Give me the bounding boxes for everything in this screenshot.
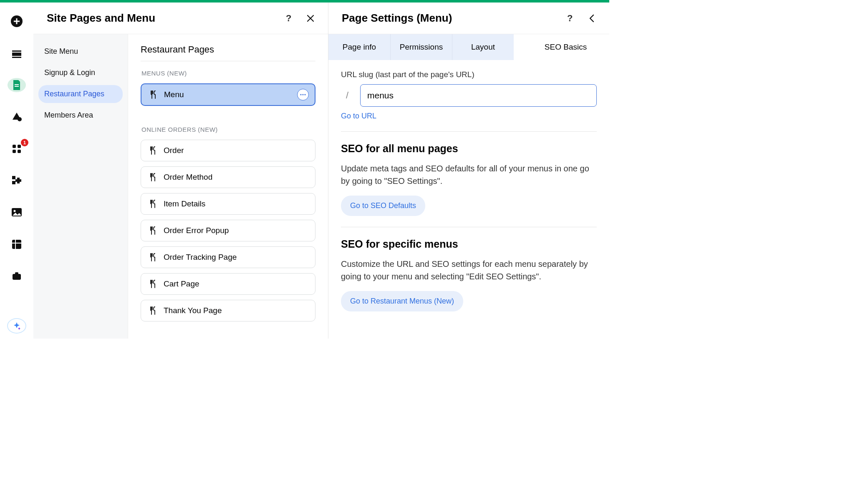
page-card-order[interactable]: Order: [141, 140, 315, 161]
seo-defaults-button[interactable]: Go to SEO Defaults: [341, 196, 425, 216]
svg-point-23: [300, 94, 301, 95]
settings-back-button[interactable]: [586, 13, 598, 24]
rail-add-button[interactable]: [8, 14, 26, 28]
svg-rect-2: [14, 21, 20, 22]
svg-rect-14: [12, 181, 15, 184]
page-card-order-tracking[interactable]: Order Tracking Page: [141, 246, 315, 268]
svg-rect-3: [12, 50, 21, 52]
restaurant-menus-button[interactable]: Go to Restaurant Menus (New): [341, 291, 463, 311]
site-pages-header: Site Pages and Menu ?: [33, 3, 328, 34]
page-settings-panel: Page Settings (Menu) ? Page info Permiss…: [328, 3, 609, 339]
rail-pages-icon[interactable]: [8, 78, 26, 92]
page-card-label: Order Tracking Page: [164, 253, 237, 262]
page-card-label: Menu: [164, 90, 184, 99]
restaurant-icon: [149, 226, 158, 235]
seo-all-heading: SEO for all menu pages: [341, 143, 597, 155]
svg-rect-6: [15, 84, 19, 85]
page-more-button[interactable]: [297, 89, 309, 100]
page-card-label: Cart Page: [164, 279, 199, 289]
restaurant-icon: [149, 199, 158, 208]
slug-input[interactable]: [360, 84, 597, 107]
rail-sections-icon[interactable]: [8, 46, 26, 60]
page-card-label: Thank You Page: [164, 306, 222, 315]
svg-point-16: [14, 210, 16, 212]
svg-rect-21: [15, 272, 18, 274]
nav-members-area[interactable]: Members Area: [38, 106, 123, 124]
nav-site-menu[interactable]: Site Menu: [38, 43, 123, 60]
slug-slash: /: [341, 90, 353, 101]
svg-point-25: [304, 94, 305, 95]
svg-point-8: [18, 117, 22, 121]
page-card-label: Item Details: [164, 199, 205, 208]
group-orders-label: ONLINE ORDERS (NEW): [141, 126, 315, 133]
page-settings-header: Page Settings (Menu) ?: [328, 3, 609, 34]
page-card-label: Order Error Popup: [164, 226, 229, 235]
restaurant-icon: [149, 279, 158, 289]
site-pages-panel: Site Pages and Menu ? Site Menu Signup &…: [33, 3, 328, 339]
restaurant-icon: [149, 173, 158, 182]
rail-media-icon[interactable]: [8, 205, 26, 219]
settings-body: URL slug (last part of the page's URL) /…: [328, 60, 609, 321]
svg-rect-7: [15, 86, 19, 87]
restaurant-icon: [149, 306, 158, 315]
tab-seo-basics[interactable]: SEO Basics: [514, 34, 609, 60]
seo-specific-body: Customize the URL and SEO settings for e…: [341, 258, 597, 283]
pages-column-title: Restaurant Pages: [141, 44, 315, 61]
help-button[interactable]: ?: [282, 13, 294, 24]
page-card-menu[interactable]: Menu: [141, 83, 315, 106]
page-card-item-details[interactable]: Item Details: [141, 193, 315, 215]
tab-page-info[interactable]: Page info: [328, 34, 390, 60]
seo-all-body: Update meta tags and SEO defaults for al…: [341, 162, 597, 187]
rail-cms-icon[interactable]: [8, 237, 26, 251]
tab-layout[interactable]: Layout: [452, 34, 514, 60]
svg-rect-13: [12, 176, 15, 179]
svg-rect-4: [12, 53, 21, 56]
rail-apps-badge: 1: [21, 139, 28, 146]
seo-all-section: SEO for all menu pages Update meta tags …: [341, 131, 597, 216]
site-pages-title: Site Pages and Menu: [47, 12, 155, 25]
go-to-url-link[interactable]: Go to URL: [341, 112, 376, 120]
rail-apps-icon[interactable]: 1: [8, 141, 26, 156]
page-card-cart[interactable]: Cart Page: [141, 273, 315, 295]
page-card-label: Order Method: [164, 173, 212, 182]
close-button[interactable]: [305, 13, 316, 24]
rail-ai-button[interactable]: [7, 318, 26, 334]
svg-rect-19: [15, 240, 16, 249]
tool-rail: 1: [0, 3, 33, 339]
svg-rect-9: [13, 145, 16, 148]
seo-specific-section: SEO for specific menus Customize the URL…: [341, 227, 597, 311]
svg-rect-11: [13, 150, 16, 153]
group-menus-label: MENUS (NEW): [141, 70, 315, 77]
svg-rect-18: [12, 243, 21, 244]
page-groups-nav: Site Menu Signup & Login Restaurant Page…: [33, 34, 128, 339]
slug-field-label: URL slug (last part of the page's URL): [341, 70, 597, 79]
page-card-order-method[interactable]: Order Method: [141, 166, 315, 188]
settings-help-button[interactable]: ?: [563, 13, 575, 24]
svg-rect-20: [13, 274, 21, 280]
page-card-label: Order: [164, 146, 184, 155]
restaurant-icon: [149, 146, 158, 155]
rail-design-icon[interactable]: [8, 110, 26, 124]
nav-restaurant-pages[interactable]: Restaurant Pages: [38, 85, 123, 103]
pages-list-column: Restaurant Pages MENUS (NEW) Menu ONLINE…: [128, 34, 328, 339]
svg-rect-10: [18, 145, 21, 148]
rail-business-icon[interactable]: [8, 269, 26, 283]
svg-rect-17: [12, 240, 21, 249]
nav-signup-login[interactable]: Signup & Login: [38, 64, 123, 82]
svg-point-24: [302, 94, 303, 95]
tab-permissions[interactable]: Permissions: [390, 34, 452, 60]
page-card-thank-you[interactable]: Thank You Page: [141, 300, 315, 321]
svg-text:?: ?: [286, 13, 291, 23]
restaurant-icon: [149, 90, 158, 99]
rail-addons-icon[interactable]: [8, 173, 26, 188]
page-settings-title: Page Settings (Menu): [342, 12, 452, 25]
svg-rect-5: [12, 57, 21, 58]
svg-rect-12: [18, 150, 21, 153]
app-root: 1 Site Pages and Menu ?: [0, 3, 609, 339]
seo-specific-heading: SEO for specific menus: [341, 238, 597, 250]
svg-text:?: ?: [567, 13, 573, 23]
restaurant-icon: [149, 253, 158, 262]
page-card-order-error[interactable]: Order Error Popup: [141, 220, 315, 241]
settings-tabs: Page info Permissions Layout SEO Basics: [328, 34, 609, 60]
